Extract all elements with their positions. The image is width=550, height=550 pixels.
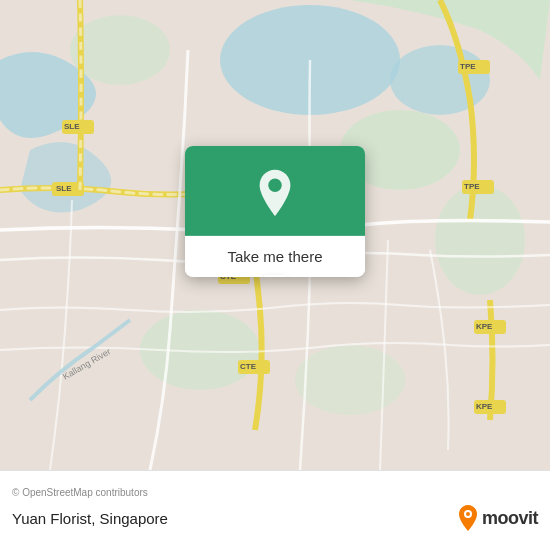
app: Kallang River SLE SLE CTE CTE TPE TPE KP…: [0, 0, 550, 550]
svg-point-7: [295, 345, 405, 415]
location-name: Yuan Florist, Singapore: [12, 510, 168, 527]
moovit-pin-icon: [456, 504, 480, 532]
map-container: Kallang River SLE SLE CTE CTE TPE TPE KP…: [0, 0, 550, 470]
svg-point-25: [268, 178, 281, 191]
popup-triangle: [263, 275, 287, 277]
moovit-logo: moovit: [456, 504, 538, 532]
bottom-bar: © OpenStreetMap contributors Yuan Floris…: [0, 470, 550, 550]
svg-point-4: [70, 15, 170, 85]
take-me-there-button[interactable]: Take me there: [185, 236, 365, 277]
svg-point-2: [390, 45, 490, 115]
svg-text:KPE: KPE: [476, 322, 493, 331]
location-row: Yuan Florist, Singapore moovit: [0, 500, 550, 540]
popup-card: Take me there: [185, 146, 365, 277]
moovit-text: moovit: [482, 508, 538, 529]
svg-text:TPE: TPE: [464, 182, 480, 191]
svg-text:KPE: KPE: [476, 402, 493, 411]
svg-text:SLE: SLE: [64, 122, 80, 131]
svg-point-5: [435, 185, 525, 295]
svg-point-27: [466, 512, 470, 516]
location-pin-icon: [253, 168, 297, 218]
svg-text:TPE: TPE: [460, 62, 476, 71]
popup-green-area: [185, 146, 365, 236]
svg-text:CTE: CTE: [240, 362, 257, 371]
svg-text:SLE: SLE: [56, 184, 72, 193]
attribution-text: © OpenStreetMap contributors: [0, 481, 550, 500]
